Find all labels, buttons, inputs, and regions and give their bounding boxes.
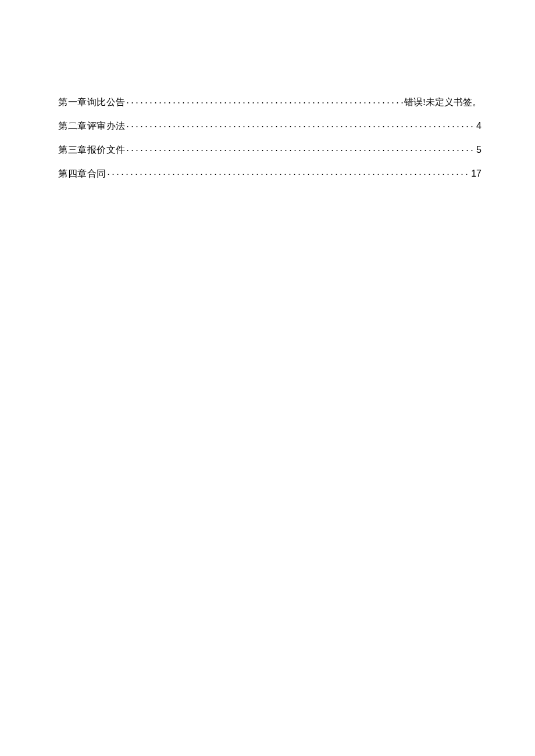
toc-entry-title: 第四章合同 xyxy=(58,169,106,178)
toc-entry: 第三章报价文件 5 xyxy=(58,144,482,155)
toc-entry-title: 第二章评审办法 xyxy=(58,121,126,131)
toc-entry-page: 错误!未定义书签。 xyxy=(404,98,482,107)
toc-entry-page: 17 xyxy=(471,169,482,178)
toc-entry-title: 第一章询比公告 xyxy=(58,98,126,107)
toc-leader-dots xyxy=(108,167,470,177)
toc-leader-dots xyxy=(127,96,403,105)
toc-leader-dots xyxy=(127,120,476,129)
toc-entry-title: 第三章报价文件 xyxy=(58,145,126,155)
toc-entry-page: 5 xyxy=(476,145,482,155)
toc-entry: 第二章评审办法 4 xyxy=(58,120,482,131)
document-page: 第一章询比公告 错误!未定义书签。 第二章评审办法 4 第三章报价文件 5 第四… xyxy=(0,0,535,178)
toc-leader-dots xyxy=(127,144,476,153)
toc-entry: 第一章询比公告 错误!未定义书签。 xyxy=(58,96,482,107)
toc-entry: 第四章合同 17 xyxy=(58,167,482,178)
toc-entry-page: 4 xyxy=(476,121,482,131)
